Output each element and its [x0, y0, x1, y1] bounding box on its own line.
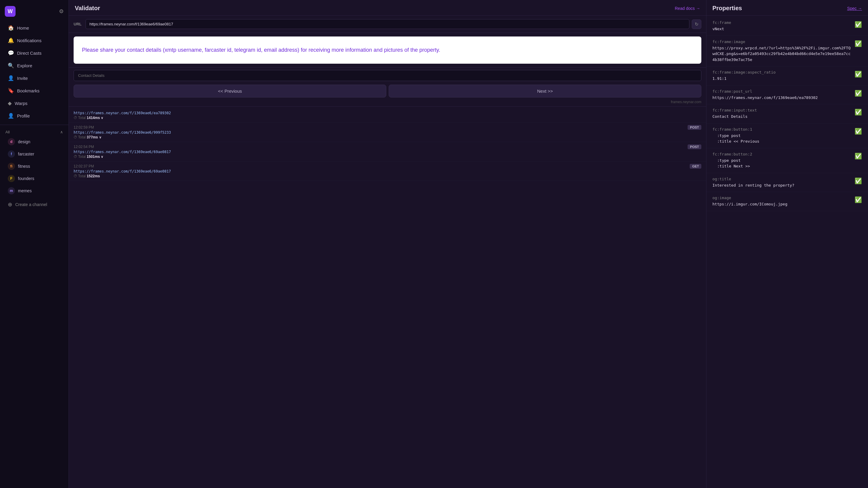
log-url: https://frames.neynar.com/f/1369eae6/ea7… — [73, 111, 701, 115]
read-docs-link[interactable]: Read docs → — [675, 6, 700, 11]
frame-image-box: Please share your contact details (xmtp … — [73, 36, 701, 64]
channel-avatar: m — [8, 187, 15, 194]
logo[interactable]: W — [5, 6, 16, 17]
sidebar-item-notifications[interactable]: 🔔Notifications — [2, 34, 66, 47]
sidebar-item-label: Invite — [17, 76, 28, 81]
prop-key: og:title — [712, 177, 851, 181]
prop-key: fc:frame:input:text — [712, 108, 851, 112]
main-content: Validator Read docs → URL ↻ Please share… — [69, 0, 868, 488]
prop-key: fc:frame:image:aspect_ratio — [712, 70, 851, 74]
url-label: URL — [73, 22, 83, 26]
notifications-icon: 🔔 — [8, 37, 14, 44]
prop-value: :type post :title Next >> — [712, 158, 851, 169]
spec-link[interactable]: Spec → — [847, 6, 862, 11]
prop-value-line: :title Next >> — [717, 163, 851, 169]
sidebar-item-label: Explore — [17, 63, 32, 68]
valid-icon: ✅ — [855, 108, 862, 116]
prop-value-text: https://frames.neynar.com/f/1369eae6/ea7… — [712, 95, 818, 100]
prop-value-text: Interested in renting the property? — [712, 183, 795, 188]
channel-label: design — [18, 139, 30, 144]
prop-value: vNext — [712, 26, 851, 32]
property-item: fc:frame:image https://proxy.wrpcd.net/?… — [706, 36, 868, 67]
channel-label: memes — [18, 188, 32, 193]
sidebar-item-label: Warps — [15, 101, 28, 106]
log-total: ⏱ Total 1522ms — [73, 174, 701, 178]
property-item: fc:frame vNext ✅ — [706, 17, 868, 36]
sidebar-item-bookmarks[interactable]: 🔖Bookmarks — [2, 85, 66, 97]
channel-item-memes[interactable]: mmemes — [2, 185, 66, 197]
prop-value: 1.91:1 — [712, 76, 851, 82]
prop-content: fc:frame:input:text Contact Details — [712, 108, 851, 120]
property-item: og:image https://i.imgur.com/IComouj.jpe… — [706, 192, 868, 211]
url-input[interactable] — [86, 19, 689, 29]
prop-key: fc:frame:image — [712, 39, 851, 44]
refresh-button[interactable]: ↻ — [692, 20, 701, 29]
frame-buttons: << Previous Next >> — [69, 82, 706, 99]
property-item: fc:frame:input:text Contact Details ✅ — [706, 104, 868, 124]
log-badge: GET — [690, 164, 701, 169]
sidebar-item-label: Profile — [17, 113, 30, 119]
prop-value: https://frames.neynar.com/f/1369eae6/ea7… — [712, 95, 851, 101]
log-header: 12:02:59 PMPOST — [73, 125, 701, 130]
prop-value-text: Contact Details — [712, 114, 747, 119]
sidebar-item-warps[interactable]: ◆Warps — [2, 97, 66, 109]
create-channel-button[interactable]: ⊕ Create a channel — [2, 198, 66, 211]
prop-key: fc:frame:post_url — [712, 89, 851, 94]
channel-item-farcaster[interactable]: ffarcaster — [2, 148, 66, 160]
property-item: fc:frame:button:2 :type post :title Next… — [706, 148, 868, 173]
prop-content: og:image https://i.imgur.com/IComouj.jpe… — [712, 196, 851, 207]
gear-icon[interactable]: ⚙ — [59, 8, 64, 15]
create-channel-label: Create a channel — [15, 202, 47, 207]
sidebar-item-direct-casts[interactable]: 💬Direct Casts — [2, 47, 66, 59]
property-item: fc:frame:image:aspect_ratio 1.91:1 ✅ — [706, 66, 868, 86]
log-expand[interactable]: ∨ — [99, 135, 101, 139]
sidebar-item-label: Notifications — [17, 38, 41, 43]
log-expand[interactable]: ∨ — [101, 155, 103, 159]
validator-left: Validator Read docs → URL ↻ Please share… — [69, 0, 706, 488]
property-item: fc:frame:post_url https://frames.neynar.… — [706, 86, 868, 105]
channel-item-founders[interactable]: Ffounders — [2, 172, 66, 185]
channel-avatar: F — [8, 175, 15, 182]
log-time: 12:02:37 PM — [73, 164, 94, 168]
prop-key: fc:frame:button:1 — [712, 127, 851, 132]
prop-content: fc:frame:image https://proxy.wrpcd.net/?… — [712, 39, 851, 63]
previous-button[interactable]: << Previous — [73, 85, 386, 97]
log-item: https://frames.neynar.com/f/1369eae6/ea7… — [69, 108, 706, 123]
prop-value: Contact Details — [712, 113, 851, 120]
sidebar-item-invite[interactable]: 👤Invite — [2, 72, 66, 84]
profile-icon: 👤 — [8, 113, 14, 119]
prop-key: fc:frame:button:2 — [712, 152, 851, 156]
collapse-icon[interactable]: ∧ — [60, 130, 63, 134]
validator-panel: Validator Read docs → URL ↻ Please share… — [69, 0, 868, 488]
channel-item-design[interactable]: ddesign — [2, 136, 66, 148]
property-item: fc:frame:button:1 :type post :title << P… — [706, 124, 868, 148]
invite-icon: 👤 — [8, 75, 14, 82]
next-button[interactable]: Next >> — [389, 85, 701, 97]
prop-content: fc:frame:image:aspect_ratio 1.91:1 — [712, 70, 851, 82]
log-item: 12:02:54 PMPOSThttps://frames.neynar.com… — [69, 142, 706, 161]
prop-value-line: :type post — [717, 133, 851, 139]
log-expand[interactable]: ∨ — [101, 116, 103, 120]
sidebar-item-profile[interactable]: 👤Profile — [2, 110, 66, 122]
channel-label: farcaster — [18, 152, 34, 156]
channel-item-fitness[interactable]: fifitness — [2, 160, 66, 172]
log-badge: POST — [688, 144, 701, 149]
sidebar-item-explore[interactable]: 🔍Explore — [2, 60, 66, 72]
prop-content: fc:frame:post_url https://frames.neynar.… — [712, 89, 851, 101]
section-header: All ∧ — [0, 127, 68, 135]
frame-image-text: Please share your contact details (xmtp … — [82, 46, 693, 54]
sidebar-logo: W ⚙ — [0, 4, 68, 22]
url-bar: URL ↻ — [69, 15, 706, 33]
log-header: 12:02:37 PMGET — [73, 164, 701, 169]
sidebar-item-label: Direct Casts — [17, 51, 41, 56]
valid-icon: ✅ — [855, 196, 862, 203]
valid-icon: ✅ — [855, 40, 862, 47]
valid-icon: ✅ — [855, 21, 862, 28]
prop-value-text: https://i.imgur.com/IComouj.jpeg — [712, 202, 787, 206]
prop-value-line: :type post — [717, 158, 851, 164]
properties-panel: Properties Spec → fc:frame vNext ✅ fc:fr… — [706, 0, 868, 488]
frame-contact-input[interactable] — [73, 70, 701, 81]
prop-value-line: :title << Previous — [717, 138, 851, 144]
sidebar-item-home[interactable]: 🏠Home — [2, 22, 66, 34]
prop-key: fc:frame — [712, 20, 851, 25]
